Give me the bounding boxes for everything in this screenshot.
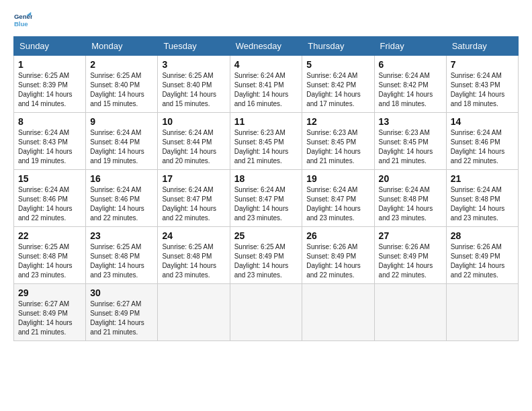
day-info: Sunrise: 6:24 AMSunset: 8:44 PMDaylight:… [90,128,153,166]
day-info: Sunrise: 6:24 AMSunset: 8:44 PMDaylight:… [162,128,225,166]
day-number: 1 [18,59,81,70]
day-number: 25 [234,230,298,241]
calendar-header-thursday: Thursday [302,37,374,56]
calendar-cell: 2 Sunrise: 6:25 AMSunset: 8:40 PMDayligh… [86,56,158,113]
day-number: 20 [379,173,442,184]
day-number: 7 [451,59,514,70]
calendar-cell [158,284,230,341]
day-info: Sunrise: 6:25 AMSunset: 8:48 PMDaylight:… [90,242,153,280]
svg-text:Blue: Blue [14,20,28,28]
calendar-cell: 10 Sunrise: 6:24 AMSunset: 8:44 PMDaylig… [158,113,230,170]
calendar-header-saturday: Saturday [446,37,518,56]
calendar-cell: 20 Sunrise: 6:24 AMSunset: 8:48 PMDaylig… [374,170,446,227]
day-number: 18 [234,173,298,184]
day-info: Sunrise: 6:26 AMSunset: 8:49 PMDaylight:… [451,242,514,280]
day-info: Sunrise: 6:24 AMSunset: 8:46 PMDaylight:… [18,185,81,223]
calendar-cell: 3 Sunrise: 6:25 AMSunset: 8:40 PMDayligh… [158,56,230,113]
day-number: 12 [306,116,369,127]
calendar-cell: 9 Sunrise: 6:24 AMSunset: 8:44 PMDayligh… [86,113,158,170]
day-info: Sunrise: 6:26 AMSunset: 8:49 PMDaylight:… [379,242,442,280]
day-info: Sunrise: 6:25 AMSunset: 8:40 PMDaylight:… [90,71,153,109]
day-number: 24 [162,230,225,241]
calendar-cell: 19 Sunrise: 6:24 AMSunset: 8:47 PMDaylig… [302,170,374,227]
calendar-cell: 25 Sunrise: 6:25 AMSunset: 8:49 PMDaylig… [230,227,302,284]
logo: General Blue [13,11,36,30]
day-info: Sunrise: 6:25 AMSunset: 8:49 PMDaylight:… [234,242,298,280]
calendar-cell: 28 Sunrise: 6:26 AMSunset: 8:49 PMDaylig… [446,227,518,284]
calendar-cell: 30 Sunrise: 6:27 AMSunset: 8:49 PMDaylig… [86,284,158,341]
day-info: Sunrise: 6:23 AMSunset: 8:45 PMDaylight:… [234,128,298,166]
day-number: 2 [90,59,153,70]
calendar-cell: 18 Sunrise: 6:24 AMSunset: 8:47 PMDaylig… [230,170,302,227]
day-info: Sunrise: 6:24 AMSunset: 8:46 PMDaylight:… [451,128,514,166]
calendar-cell: 27 Sunrise: 6:26 AMSunset: 8:49 PMDaylig… [374,227,446,284]
calendar-header-sunday: Sunday [14,37,86,56]
calendar-cell: 7 Sunrise: 6:24 AMSunset: 8:43 PMDayligh… [446,56,518,113]
day-info: Sunrise: 6:24 AMSunset: 8:46 PMDaylight:… [90,185,153,223]
day-info: Sunrise: 6:25 AMSunset: 8:48 PMDaylight:… [18,242,81,280]
day-info: Sunrise: 6:24 AMSunset: 8:47 PMDaylight:… [162,185,225,223]
day-info: Sunrise: 6:27 AMSunset: 8:49 PMDaylight:… [90,300,153,337]
calendar-cell: 14 Sunrise: 6:24 AMSunset: 8:46 PMDaylig… [446,113,518,170]
calendar-cell: 23 Sunrise: 6:25 AMSunset: 8:48 PMDaylig… [86,227,158,284]
calendar-cell: 29 Sunrise: 6:27 AMSunset: 8:49 PMDaylig… [14,284,86,341]
day-info: Sunrise: 6:25 AMSunset: 8:48 PMDaylight:… [162,242,225,280]
calendar-cell: 13 Sunrise: 6:23 AMSunset: 8:45 PMDaylig… [374,113,446,170]
calendar-body: 1 Sunrise: 6:25 AMSunset: 8:39 PMDayligh… [14,56,519,341]
calendar-week-3: 15 Sunrise: 6:24 AMSunset: 8:46 PMDaylig… [14,170,519,227]
calendar-cell [302,284,374,341]
day-number: 30 [90,287,153,298]
calendar-cell: 16 Sunrise: 6:24 AMSunset: 8:46 PMDaylig… [86,170,158,227]
calendar-cell: 4 Sunrise: 6:24 AMSunset: 8:41 PMDayligh… [230,56,302,113]
day-info: Sunrise: 6:23 AMSunset: 8:45 PMDaylight:… [379,128,442,166]
day-number: 16 [90,173,153,184]
day-number: 29 [18,287,81,298]
day-number: 27 [379,230,442,241]
day-info: Sunrise: 6:24 AMSunset: 8:43 PMDaylight:… [451,71,514,109]
day-info: Sunrise: 6:24 AMSunset: 8:47 PMDaylight:… [234,185,298,223]
calendar-header-monday: Monday [86,37,158,56]
day-number: 21 [451,173,514,184]
day-number: 22 [18,230,81,241]
calendar-cell: 15 Sunrise: 6:24 AMSunset: 8:46 PMDaylig… [14,170,86,227]
calendar-week-1: 1 Sunrise: 6:25 AMSunset: 8:39 PMDayligh… [14,56,519,113]
day-number: 3 [162,59,225,70]
logo-icon: General Blue [13,11,32,30]
calendar-cell: 12 Sunrise: 6:23 AMSunset: 8:45 PMDaylig… [302,113,374,170]
day-info: Sunrise: 6:26 AMSunset: 8:49 PMDaylight:… [306,242,369,280]
calendar-week-2: 8 Sunrise: 6:24 AMSunset: 8:43 PMDayligh… [14,113,519,170]
calendar-cell: 6 Sunrise: 6:24 AMSunset: 8:42 PMDayligh… [374,56,446,113]
calendar-header-wednesday: Wednesday [230,37,302,56]
day-info: Sunrise: 6:24 AMSunset: 8:48 PMDaylight:… [379,185,442,223]
day-info: Sunrise: 6:24 AMSunset: 8:48 PMDaylight:… [451,185,514,223]
day-info: Sunrise: 6:24 AMSunset: 8:43 PMDaylight:… [18,128,81,166]
calendar-cell: 8 Sunrise: 6:24 AMSunset: 8:43 PMDayligh… [14,113,86,170]
day-info: Sunrise: 6:27 AMSunset: 8:49 PMDaylight:… [18,300,81,337]
day-info: Sunrise: 6:24 AMSunset: 8:42 PMDaylight:… [379,71,442,109]
calendar: SundayMondayTuesdayWednesdayThursdayFrid… [13,36,519,341]
day-number: 4 [234,59,298,70]
calendar-header-friday: Friday [374,37,446,56]
day-number: 9 [90,116,153,127]
day-info: Sunrise: 6:25 AMSunset: 8:39 PMDaylight:… [18,71,81,109]
calendar-cell [230,284,302,341]
day-number: 23 [90,230,153,241]
day-number: 8 [18,116,81,127]
calendar-cell: 21 Sunrise: 6:24 AMSunset: 8:48 PMDaylig… [446,170,518,227]
day-number: 11 [234,116,298,127]
calendar-cell [374,284,446,341]
day-number: 15 [18,173,81,184]
day-info: Sunrise: 6:24 AMSunset: 8:47 PMDaylight:… [306,185,369,223]
day-number: 13 [379,116,442,127]
calendar-cell [446,284,518,341]
day-number: 10 [162,116,225,127]
calendar-cell: 11 Sunrise: 6:23 AMSunset: 8:45 PMDaylig… [230,113,302,170]
header: General Blue [13,11,519,30]
calendar-cell: 24 Sunrise: 6:25 AMSunset: 8:48 PMDaylig… [158,227,230,284]
day-number: 14 [451,116,514,127]
calendar-header-row: SundayMondayTuesdayWednesdayThursdayFrid… [14,37,519,56]
day-info: Sunrise: 6:25 AMSunset: 8:40 PMDaylight:… [162,71,225,109]
calendar-header-tuesday: Tuesday [158,37,230,56]
calendar-cell: 5 Sunrise: 6:24 AMSunset: 8:42 PMDayligh… [302,56,374,113]
calendar-week-5: 29 Sunrise: 6:27 AMSunset: 8:49 PMDaylig… [14,284,519,341]
